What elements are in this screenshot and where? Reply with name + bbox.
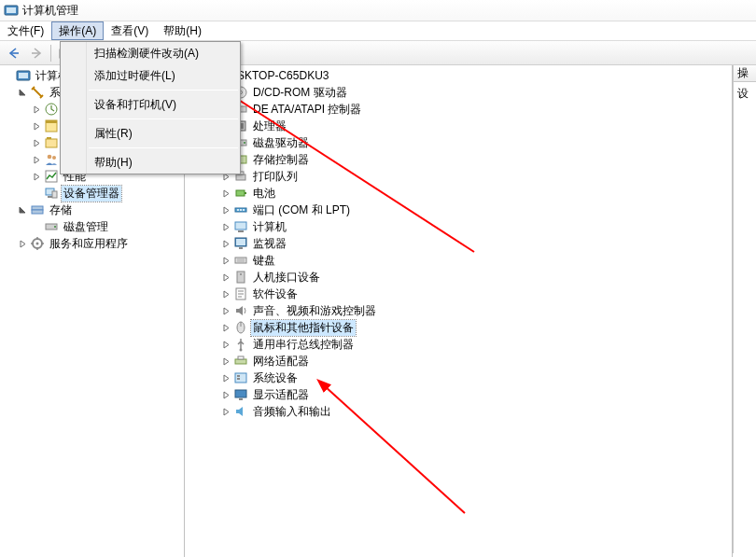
expander-icon[interactable] bbox=[219, 257, 233, 265]
usb-icon bbox=[233, 337, 248, 352]
expander-icon[interactable] bbox=[16, 206, 30, 215]
expander-icon[interactable] bbox=[219, 374, 233, 383]
expander-icon[interactable] bbox=[219, 324, 233, 332]
mouse-icon bbox=[233, 320, 248, 335]
device-display[interactable]: 显示适配器 bbox=[185, 386, 732, 403]
tree-services-apps[interactable]: 服务和应用程序 bbox=[0, 235, 184, 252]
svg-point-40 bbox=[240, 209, 242, 211]
expander-icon[interactable] bbox=[219, 357, 233, 366]
device-sound[interactable]: 声音、视频和游戏控制器 bbox=[185, 302, 732, 319]
expander-icon[interactable] bbox=[30, 156, 44, 164]
device-software[interactable]: 软件设备 bbox=[185, 285, 732, 302]
device-hid[interactable]: 人机接口设备 bbox=[185, 269, 732, 285]
window-title: 计算机管理 bbox=[22, 3, 78, 19]
tree-label: 设备管理器 bbox=[62, 186, 121, 202]
device-label: 网络适配器 bbox=[251, 354, 311, 369]
menu-properties[interactable]: 属性(R) bbox=[61, 122, 240, 145]
menu-file[interactable]: 文件(F) bbox=[0, 21, 51, 40]
expander-icon[interactable] bbox=[30, 173, 44, 181]
system-icon bbox=[233, 370, 248, 385]
expander-icon[interactable] bbox=[219, 290, 233, 299]
device-batteries[interactable]: 电池 bbox=[185, 185, 732, 202]
actions-header: 操 bbox=[733, 65, 756, 82]
device-computer[interactable]: SKTOP-C65DKU3 bbox=[185, 67, 732, 84]
forward-button[interactable] bbox=[26, 44, 47, 63]
battery-icon bbox=[233, 186, 248, 201]
device-audioIO[interactable]: 音频输入和输出 bbox=[185, 403, 732, 420]
dropdown-separator bbox=[89, 118, 238, 119]
svg-point-39 bbox=[237, 209, 239, 211]
device-dvd[interactable]: D/CD-ROM 驱动器 bbox=[185, 84, 732, 101]
device-monitors[interactable]: 监视器 bbox=[185, 235, 732, 252]
menu-action[interactable]: 操作(A) bbox=[51, 21, 104, 40]
device-diskDrives[interactable]: 磁盘驱动器 bbox=[185, 134, 732, 151]
svg-rect-48 bbox=[237, 272, 245, 283]
storage-icon bbox=[30, 202, 45, 217]
device-ports[interactable]: 端口 (COM 和 LPT) bbox=[185, 202, 732, 218]
expander-icon[interactable] bbox=[30, 139, 44, 147]
svg-rect-17 bbox=[32, 206, 43, 210]
expander-icon[interactable] bbox=[30, 105, 44, 114]
menu-help[interactable]: 帮助(H) bbox=[61, 151, 240, 174]
device-storageControllers[interactable]: 存储控制器 bbox=[185, 151, 732, 168]
tree-disk-management[interactable]: 磁盘管理 bbox=[0, 218, 184, 235]
device-ide[interactable]: DE ATA/ATAPI 控制器 bbox=[185, 101, 732, 118]
expander-icon[interactable] bbox=[30, 122, 44, 131]
menu-devices-printers[interactable]: 设备和打印机(V) bbox=[61, 93, 240, 116]
audio-icon bbox=[233, 404, 248, 419]
svg-point-53 bbox=[240, 349, 243, 352]
device-label: 显示适配器 bbox=[251, 387, 311, 403]
svg-rect-57 bbox=[237, 375, 240, 377]
expander-icon[interactable] bbox=[219, 307, 233, 315]
svg-rect-37 bbox=[245, 192, 246, 194]
expander-icon[interactable] bbox=[16, 240, 30, 248]
expander-icon[interactable] bbox=[16, 89, 30, 97]
device-label: 鼠标和其他指针设备 bbox=[251, 320, 356, 336]
device-label: 声音、视频和游戏控制器 bbox=[251, 303, 378, 319]
expander-icon[interactable] bbox=[219, 189, 233, 198]
svg-rect-16 bbox=[52, 191, 57, 198]
device-label: 端口 (COM 和 LPT) bbox=[251, 202, 352, 218]
expander-icon[interactable] bbox=[219, 408, 233, 416]
actions-body[interactable]: 设 bbox=[733, 82, 756, 553]
device-mice[interactable]: 鼠标和其他指针设备 bbox=[185, 319, 732, 336]
device-processor[interactable]: 处理器 bbox=[185, 118, 732, 134]
device-label: 人机接口设备 bbox=[251, 270, 322, 285]
svg-rect-34 bbox=[236, 174, 245, 180]
toolbar-separator bbox=[50, 45, 51, 62]
device-usb[interactable]: 通用串行总线控制器 bbox=[185, 336, 732, 353]
menu-add-legacy-hardware[interactable]: 添加过时硬件(L) bbox=[61, 64, 240, 87]
device-label: 音频输入和输出 bbox=[251, 404, 333, 420]
device-label: 系统设备 bbox=[251, 370, 300, 386]
menu-view[interactable]: 查看(V) bbox=[104, 21, 156, 40]
menu-help[interactable]: 帮助(H) bbox=[156, 21, 209, 40]
device-keyboards[interactable]: 键盘 bbox=[185, 252, 732, 269]
svg-rect-15 bbox=[48, 196, 52, 198]
expander-icon[interactable] bbox=[219, 273, 233, 282]
back-button[interactable] bbox=[4, 44, 24, 63]
menu-scan-hardware[interactable]: 扫描检测硬件改动(A) bbox=[61, 42, 240, 64]
expander-icon[interactable] bbox=[219, 240, 233, 248]
svg-rect-36 bbox=[236, 190, 245, 196]
app-icon bbox=[4, 3, 19, 18]
svg-rect-42 bbox=[235, 222, 246, 230]
keyboard-icon bbox=[233, 253, 248, 268]
expander-icon[interactable] bbox=[219, 391, 233, 399]
actions-pane: 操 设 bbox=[733, 65, 756, 557]
expander-icon[interactable] bbox=[219, 223, 233, 231]
device-label: D/CD-ROM 驱动器 bbox=[251, 85, 349, 101]
expander-icon[interactable] bbox=[219, 341, 233, 349]
menu-bar: 文件(F) 操作(A) 查看(V) 帮助(H) bbox=[0, 21, 756, 41]
svg-rect-46 bbox=[239, 247, 243, 249]
tree-label: 存储 bbox=[48, 202, 74, 218]
dropdown-separator bbox=[89, 147, 238, 148]
tree-device-manager[interactable]: 设备管理器 bbox=[0, 185, 184, 202]
device-system[interactable]: 系统设备 bbox=[185, 369, 732, 386]
expander-icon[interactable] bbox=[219, 206, 233, 215]
software-icon bbox=[233, 286, 248, 301]
device-network[interactable]: 网络适配器 bbox=[185, 353, 732, 369]
tree-storage[interactable]: 存储 bbox=[0, 202, 184, 218]
port-icon bbox=[233, 202, 248, 217]
device-printQueues[interactable]: 打印队列 bbox=[185, 168, 732, 185]
device-computers[interactable]: 计算机 bbox=[185, 218, 732, 235]
